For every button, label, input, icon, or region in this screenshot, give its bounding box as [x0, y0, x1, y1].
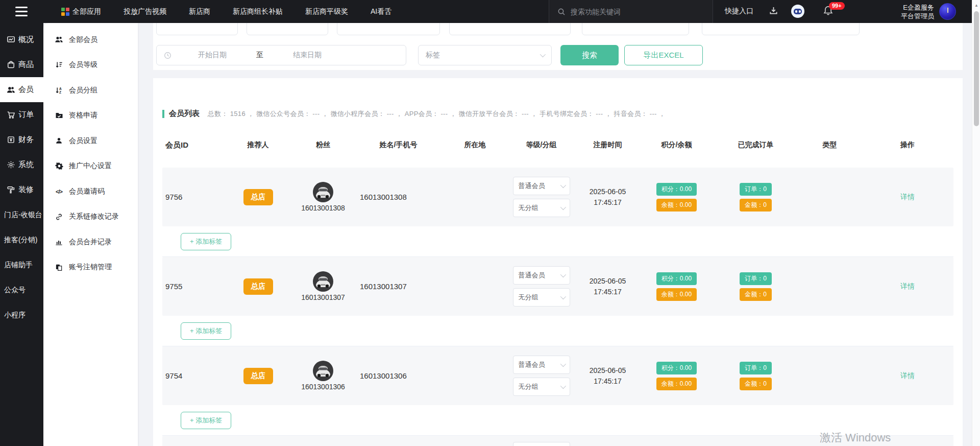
submenu-merge-record[interactable]: 会员合并记录 [43, 229, 138, 255]
service-robot-icon[interactable] [791, 5, 804, 18]
submenu-member-group[interactable]: AZ 会员分组 [43, 78, 138, 103]
orders-badge: 订单：0 [740, 272, 772, 285]
orders-badge: 订单：0 [740, 183, 772, 196]
apps-grid-icon [61, 8, 69, 16]
detail-link[interactable]: 详情 [900, 371, 915, 380]
invite-code-icon: </> [55, 189, 63, 195]
screen: 全部应用 投放广告视频 新店商 新店商组长补贴 新店商平级奖 AI看舌 快捷入口… [0, 0, 980, 446]
level-select[interactable]: 普通会员 [513, 266, 570, 285]
nav-ad-video[interactable]: 投放广告视频 [124, 7, 166, 16]
add-tag-button[interactable]: + 添加标签 [181, 233, 231, 250]
finance-wallet-icon [7, 135, 15, 144]
sidebar-item-members[interactable]: 会员 [0, 77, 43, 102]
points-badge: 积分：0.00 [656, 272, 697, 285]
quick-entry-link[interactable]: 快捷入口 [725, 7, 753, 16]
member-avatar[interactable] [313, 361, 333, 381]
balance-badge: 余额：0.00 [656, 199, 697, 212]
balance-badge: 余额：0.00 [656, 288, 697, 301]
nav-new-shop[interactable]: 新店商 [189, 7, 210, 16]
referrer-badge[interactable]: 总店 [243, 368, 273, 384]
sidebar-item-finance[interactable]: 财务 [0, 127, 43, 152]
sidebar-item-official-account[interactable]: 公众号 [0, 277, 43, 302]
submenu-member-level[interactable]: 会员等级 [43, 53, 138, 78]
chevron-down-icon [560, 361, 566, 367]
account-cancel-file-icon [55, 264, 63, 271]
search-button[interactable]: 搜索 [560, 45, 619, 65]
add-tag-button[interactable]: + 添加标签 [181, 412, 231, 429]
download-icon[interactable] [769, 6, 778, 17]
nav-ai-tongue[interactable]: AI看舌 [371, 7, 391, 16]
export-excel-button[interactable]: 导出EXCEL [624, 45, 703, 65]
col-points-balance: 积分/余额 [640, 140, 714, 150]
submenu-qualification[interactable]: 资格申请 [43, 103, 138, 129]
filter-input-partial[interactable] [247, 23, 328, 35]
col-referrer: 推荐人 [224, 140, 292, 150]
nav-peer-award[interactable]: 新店商平级奖 [305, 7, 348, 16]
fans-number: 16013001306 [301, 383, 345, 391]
filter-input-partial[interactable] [449, 23, 571, 35]
member-settings-user-icon [55, 137, 63, 145]
submenu-relation-log[interactable]: 关系链修改记录 [43, 204, 138, 230]
level-select[interactable] [513, 442, 570, 446]
page-scrollbar[interactable]: ▲ [972, 0, 980, 446]
notifications-bell-icon[interactable]: 99+ [823, 5, 834, 18]
col-fans: 粉丝 [292, 140, 354, 150]
submenu-invite-code[interactable]: </> 会员邀请码 [43, 179, 138, 204]
register-time: 2025-06-05 17:45:17 [576, 186, 640, 208]
nav-leader-subsidy[interactable]: 新店商组长补贴 [233, 7, 283, 16]
submenu-promotion-settings[interactable]: 推广中心设置 [43, 154, 138, 179]
search-input[interactable] [570, 7, 687, 16]
submenu-all-members[interactable]: 全部会员 [43, 27, 138, 53]
svg-text:A: A [59, 87, 62, 90]
group-select[interactable]: 无分组 [513, 378, 570, 396]
decorate-paint-roller-icon [7, 185, 15, 194]
sidebar-item-shop-assistant[interactable]: 店铺助手 [0, 252, 43, 277]
group-select[interactable]: 无分组 [513, 288, 570, 307]
sidebar-item-store-cashier[interactable]: 门店-收银台 [0, 202, 43, 227]
user-account[interactable]: E企盈服务 平台管理员 [868, 0, 956, 23]
chevron-down-icon [560, 182, 566, 188]
hamburger-menu-icon[interactable] [15, 7, 28, 16]
col-actions: 操作 [862, 140, 953, 150]
detail-link[interactable]: 详情 [900, 193, 915, 201]
referrer-badge[interactable]: 总店 [243, 278, 273, 295]
filter-input-partial[interactable] [582, 23, 689, 35]
col-name-phone: 姓名/手机号 [354, 140, 443, 150]
detail-link[interactable]: 详情 [900, 282, 915, 290]
goods-bag-icon [7, 60, 15, 69]
nav-all-apps[interactable]: 全部应用 [61, 7, 101, 16]
date-range-picker[interactable]: 开始日期 至 结束日期 [156, 45, 406, 65]
top-nav: 全部应用 投放广告视频 新店商 新店商组长补贴 新店商平级奖 AI看舌 [61, 0, 391, 23]
user-name-line1: E企盈服务 [868, 3, 934, 12]
member-avatar[interactable] [313, 271, 333, 292]
group-select[interactable]: 无分组 [513, 199, 570, 217]
filter-input-partial[interactable] [156, 23, 238, 35]
col-location: 所在地 [443, 140, 507, 150]
end-date-placeholder: 结束日期 [293, 51, 322, 60]
col-completed-orders: 已完成订单 [714, 140, 798, 150]
member-avatar[interactable] [313, 182, 333, 202]
sidebar-item-distribution[interactable]: 推客(分销) [0, 227, 43, 252]
scrollbar-thumb[interactable] [974, 11, 979, 126]
list-title: 会员列表 [169, 109, 200, 119]
sidebar-item-overview[interactable]: 概况 [0, 27, 43, 52]
topbar-search[interactable] [549, 0, 713, 23]
tag-select[interactable]: 标签 [418, 45, 552, 65]
member-group-sort-az-icon: AZ [55, 86, 63, 95]
referrer-badge[interactable]: 总店 [243, 189, 273, 205]
sidebar-item-orders[interactable]: 订单 [0, 102, 43, 127]
submenu-member-settings[interactable]: 会员设置 [43, 128, 138, 154]
filter-input-partial[interactable] [702, 23, 860, 35]
orders-badge: 订单：0 [740, 362, 772, 374]
submenu-account-cancellation[interactable]: 账号注销管理 [43, 255, 138, 280]
sidebar-item-decorate[interactable]: 装修 [0, 177, 43, 202]
sidebar-item-system[interactable]: 系统 [0, 152, 43, 177]
filter-input-partial[interactable] [337, 23, 440, 35]
level-select[interactable]: 普通会员 [513, 356, 570, 374]
sidebar-item-mini-program[interactable]: 小程序 [0, 302, 43, 327]
member-id: 9756 [162, 193, 224, 201]
add-tag-button[interactable]: + 添加标签 [181, 322, 231, 340]
sidebar-item-goods[interactable]: 商品 [0, 52, 43, 77]
level-select[interactable]: 普通会员 [513, 177, 570, 195]
scrollbar-up-arrow[interactable]: ▲ [972, 3, 980, 8]
